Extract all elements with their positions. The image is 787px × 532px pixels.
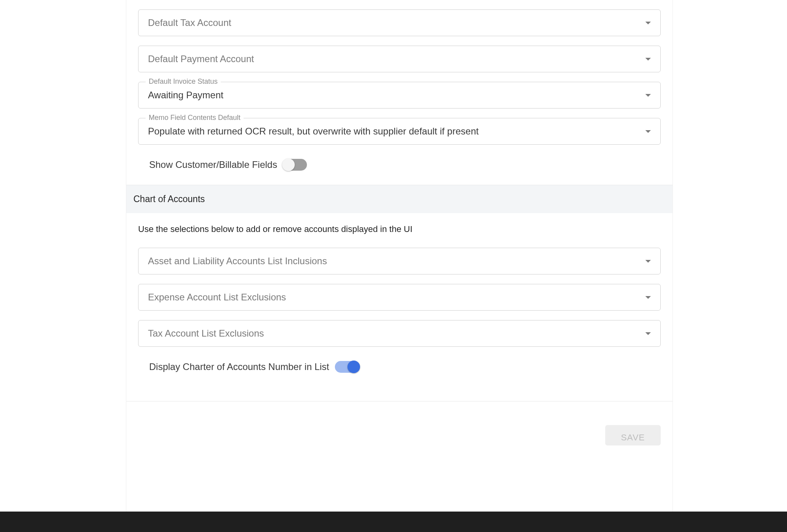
chevron-down-icon xyxy=(645,130,651,133)
chart-of-accounts-description: Use the selections below to add or remov… xyxy=(126,213,672,238)
chevron-down-icon xyxy=(645,260,651,263)
default-payment-account-select[interactable]: Default Payment Account xyxy=(138,46,661,72)
memo-field-contents-default-select[interactable]: Memo Field Contents Default Populate wit… xyxy=(138,118,661,145)
default-tax-account-placeholder: Default Tax Account xyxy=(148,17,641,28)
tax-exclusions-placeholder: Tax Account List Exclusions xyxy=(148,328,641,339)
chevron-down-icon xyxy=(645,22,651,24)
chevron-down-icon xyxy=(645,94,651,97)
default-invoice-status-label: Default Invoice Status xyxy=(146,77,221,86)
memo-field-contents-default-label: Memo Field Contents Default xyxy=(146,114,244,122)
memo-field-contents-default-value: Populate with returned OCR result, but o… xyxy=(148,126,641,137)
display-charter-number-toggle[interactable] xyxy=(335,361,359,373)
show-customer-billable-toggle[interactable] xyxy=(283,159,307,171)
show-customer-billable-row: Show Customer/Billable Fields xyxy=(126,145,672,185)
asset-liability-inclusions-select[interactable]: Asset and Liability Accounts List Inclus… xyxy=(138,248,661,274)
settings-card: Default Tax Account Default Payment Acco… xyxy=(126,0,673,519)
show-customer-billable-label: Show Customer/Billable Fields xyxy=(149,159,277,170)
chevron-down-icon xyxy=(645,58,651,61)
toggle-knob xyxy=(282,158,295,171)
chevron-down-icon xyxy=(645,332,651,335)
chevron-down-icon xyxy=(645,296,651,299)
display-charter-number-label: Display Charter of Accounts Number in Li… xyxy=(149,361,329,372)
default-payment-account-placeholder: Default Payment Account xyxy=(148,53,641,64)
expense-exclusions-placeholder: Expense Account List Exclusions xyxy=(148,292,641,303)
asset-liability-inclusions-placeholder: Asset and Liability Accounts List Inclus… xyxy=(148,256,641,267)
save-row: SAVE xyxy=(126,401,672,445)
display-charter-number-row: Display Charter of Accounts Number in Li… xyxy=(126,347,672,387)
expense-exclusions-select[interactable]: Expense Account List Exclusions xyxy=(138,284,661,311)
save-button[interactable]: SAVE xyxy=(605,425,661,445)
default-invoice-status-value: Awaiting Payment xyxy=(148,90,641,101)
bottom-bar xyxy=(0,512,787,532)
tax-exclusions-select[interactable]: Tax Account List Exclusions xyxy=(138,320,661,347)
default-invoice-status-select[interactable]: Default Invoice Status Awaiting Payment xyxy=(138,82,661,109)
default-tax-account-select[interactable]: Default Tax Account xyxy=(138,9,661,36)
toggle-knob xyxy=(347,361,360,373)
chart-of-accounts-header: Chart of Accounts xyxy=(126,185,672,213)
